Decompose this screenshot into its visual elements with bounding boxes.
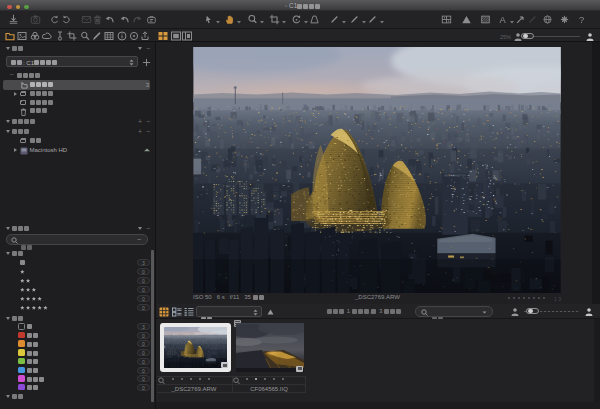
svg-text:A: A bbox=[499, 15, 506, 25]
svg-text:?: ? bbox=[579, 15, 584, 25]
